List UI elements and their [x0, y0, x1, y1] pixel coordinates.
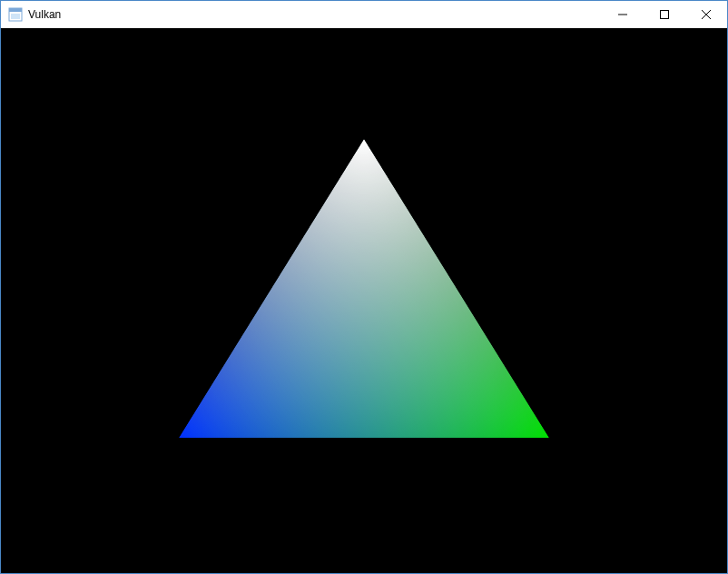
maximize-icon [660, 10, 669, 19]
close-button[interactable] [685, 1, 727, 28]
close-icon [702, 10, 711, 19]
render-surface [1, 28, 727, 573]
maximize-button[interactable] [644, 1, 685, 28]
svg-rect-2 [11, 14, 20, 19]
window-title: Vulkan [28, 8, 61, 21]
svg-rect-4 [661, 11, 669, 19]
app-icon [8, 7, 23, 22]
minimize-icon [618, 10, 627, 19]
rendered-triangle [1, 28, 727, 573]
window-controls [602, 1, 727, 28]
svg-rect-1 [9, 8, 22, 12]
titlebar[interactable]: Vulkan [1, 1, 727, 28]
minimize-button[interactable] [602, 1, 644, 28]
svg-marker-11 [179, 139, 549, 438]
